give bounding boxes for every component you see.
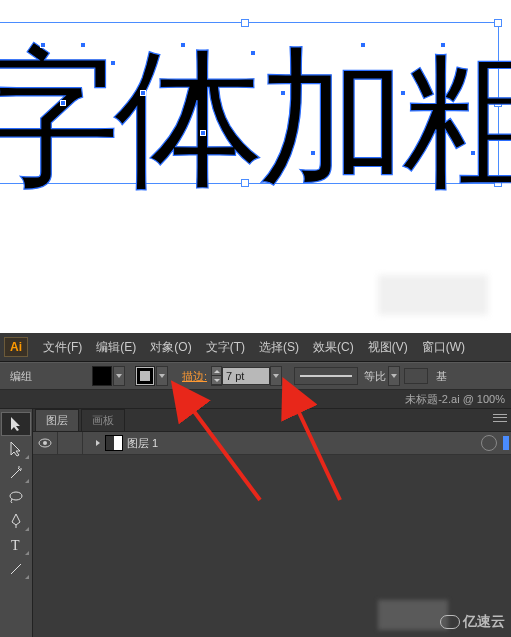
stroke-dropdown[interactable]: [156, 366, 168, 386]
menu-view[interactable]: 视图(V): [361, 339, 415, 356]
lock-toggle[interactable]: [58, 432, 83, 454]
ratio-input[interactable]: [404, 368, 428, 384]
anchor-point[interactable]: [280, 90, 286, 96]
fill-dropdown[interactable]: [113, 366, 125, 386]
anchor-point[interactable]: [60, 100, 66, 106]
layer-thumbnail: [105, 435, 123, 451]
svg-line-2: [11, 564, 21, 574]
anchor-point[interactable]: [310, 150, 316, 156]
stroke-weight-stepper[interactable]: [211, 366, 222, 386]
document-title[interactable]: 未标题-2.ai @ 100%: [405, 392, 505, 407]
variable-width-profile[interactable]: [294, 367, 358, 385]
menu-window[interactable]: 窗口(W): [415, 339, 472, 356]
anchor-point[interactable]: [110, 60, 116, 66]
watermark: 亿速云: [440, 613, 505, 631]
anchor-point[interactable]: [440, 42, 446, 48]
anchor-point[interactable]: [360, 42, 366, 48]
selection-type-label: 编组: [10, 369, 32, 384]
canvas-area[interactable]: 字体加粗 字体加粗: [0, 0, 511, 320]
magic-wand-tool[interactable]: [2, 462, 30, 484]
stroke-panel-link[interactable]: 描边:: [182, 369, 207, 384]
illustrator-app-window: Ai 文件(F) 编辑(E) 对象(O) 文字(T) 选择(S) 效果(C) 视…: [0, 333, 511, 637]
svg-text:T: T: [11, 538, 20, 552]
anchor-point[interactable]: [470, 150, 476, 156]
menu-select[interactable]: 选择(S): [252, 339, 306, 356]
menu-bar: Ai 文件(F) 编辑(E) 对象(O) 文字(T) 选择(S) 效果(C) 视…: [0, 333, 511, 362]
anchor-point[interactable]: [250, 50, 256, 56]
anchor-point[interactable]: [400, 90, 406, 96]
type-tool[interactable]: T: [2, 534, 30, 556]
control-bar: 编组 描边: 等比 基: [0, 362, 511, 390]
document-tab-bar: 未标题-2.ai @ 100%: [0, 390, 511, 409]
anchor-point[interactable]: [180, 42, 186, 48]
line-tool[interactable]: [2, 558, 30, 580]
panel-menu-icon[interactable]: [493, 413, 507, 423]
app-logo: Ai: [4, 337, 28, 357]
basic-label: 基: [436, 369, 447, 384]
visibility-toggle[interactable]: [33, 432, 58, 454]
pen-tool[interactable]: [2, 510, 30, 532]
menu-object[interactable]: 对象(O): [143, 339, 198, 356]
expand-layer-icon[interactable]: [93, 438, 103, 448]
tab-artboards[interactable]: 画板: [81, 409, 125, 431]
menu-effect[interactable]: 效果(C): [306, 339, 361, 356]
ratio-label: 等比: [364, 369, 386, 384]
anchor-point[interactable]: [200, 130, 206, 136]
direct-selection-tool[interactable]: [2, 438, 30, 460]
tools-panel: T: [0, 409, 33, 637]
lasso-tool[interactable]: [2, 486, 30, 508]
menu-edit[interactable]: 编辑(E): [89, 339, 143, 356]
menu-file[interactable]: 文件(F): [36, 339, 89, 356]
blurred-region: [378, 275, 488, 315]
ratio-dropdown[interactable]: [388, 366, 400, 386]
anchor-point[interactable]: [140, 90, 146, 96]
blurred-region: [378, 600, 448, 630]
anchor-point[interactable]: [80, 42, 86, 48]
selection-indicator[interactable]: [503, 436, 509, 450]
menu-type[interactable]: 文字(T): [199, 339, 252, 356]
tab-layers[interactable]: 图层: [35, 409, 79, 431]
fill-swatch[interactable]: [92, 366, 112, 386]
layer-row[interactable]: 图层 1: [33, 432, 511, 455]
stroke-weight-input[interactable]: [222, 367, 270, 385]
svg-point-0: [10, 492, 22, 500]
anchor-point[interactable]: [40, 42, 46, 48]
target-icon[interactable]: [481, 435, 497, 451]
svg-point-4: [43, 441, 47, 445]
selection-tool[interactable]: [1, 412, 31, 436]
panel-tab-strip: 图层 画板: [33, 409, 511, 432]
stroke-swatch[interactable]: [135, 366, 155, 386]
layer-name[interactable]: 图层 1: [127, 436, 158, 451]
stroke-weight-dropdown[interactable]: [270, 366, 282, 386]
